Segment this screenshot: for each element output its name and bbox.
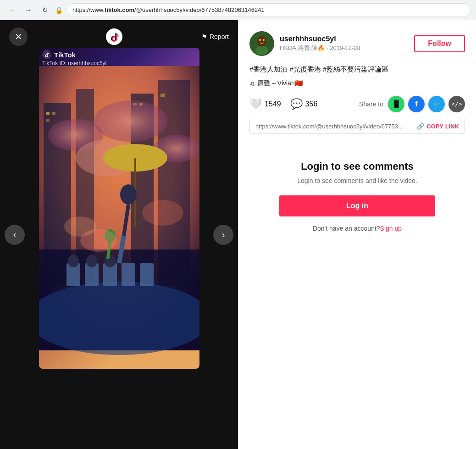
facebook-icon: f xyxy=(415,100,417,108)
svg-point-40 xyxy=(259,39,261,41)
svg-point-21 xyxy=(120,184,137,205)
share-label: Share to xyxy=(359,100,383,108)
heart-icon: 🤍 xyxy=(249,98,262,110)
svg-point-30 xyxy=(86,255,97,267)
share-embed-button[interactable]: </> xyxy=(448,96,465,112)
svg-rect-28 xyxy=(140,263,154,286)
comments-stat: 💬 356 xyxy=(290,98,318,110)
security-icon: 🔒 xyxy=(55,6,63,14)
svg-point-35 xyxy=(64,216,96,237)
login-button[interactable]: Log in xyxy=(279,195,435,216)
user-details: userhhhsuoc5yl HKDA.將青.陳🔥 · 2019-12-28 xyxy=(280,35,414,52)
url-row: https://www.tiktok.com/@userhhhsuoc5yl/v… xyxy=(249,119,465,134)
whatsapp-icon: 📱 xyxy=(392,99,401,109)
video-panel: ✕ ⚑ Report xyxy=(0,20,238,449)
username: userhhhsuoc5yl xyxy=(280,35,414,43)
likes-count: 1549 xyxy=(265,100,281,108)
svg-rect-8 xyxy=(52,112,55,115)
follow-button[interactable]: Follow xyxy=(414,35,465,52)
svg-point-18 xyxy=(39,282,199,355)
svg-rect-27 xyxy=(122,263,135,286)
music-icon: ♫ xyxy=(249,79,255,87)
share-icons: 📱 f 🐦 </> xyxy=(388,96,465,112)
back-button[interactable]: ← xyxy=(6,4,18,17)
user-meta: HKDA.將青.陳🔥 · 2019-12-28 xyxy=(280,44,414,52)
report-button[interactable]: ⚑ Report xyxy=(201,33,229,40)
svg-point-36 xyxy=(142,200,183,226)
svg-point-41 xyxy=(263,39,265,41)
svg-rect-9 xyxy=(46,119,50,122)
link-icon: 🔗 xyxy=(417,123,424,130)
login-subtitle: Login to see comments and like the video… xyxy=(297,177,417,184)
tiktok-logo-icon xyxy=(106,28,122,45)
url-text: https://www.tiktok.com/@userhhhsuoc5yl/v… xyxy=(72,6,265,13)
tiktok-logo xyxy=(106,28,122,45)
share-twitter-button[interactable]: 🐦 xyxy=(428,96,445,112)
video-caption: #香港人加油 #光復香港 #藍絲不要污染評論區 xyxy=(249,64,465,75)
url-bar[interactable]: https://www.tiktok.com/@userhhhsuoc5yl/v… xyxy=(66,3,470,17)
share-facebook-button[interactable]: f xyxy=(408,96,425,112)
embed-icon: </> xyxy=(451,100,462,107)
login-section: Login to see comments Login to see comme… xyxy=(249,147,465,246)
signup-text: Don't have an account? xyxy=(313,225,380,232)
svg-point-31 xyxy=(105,255,116,267)
user-avatar xyxy=(249,31,274,56)
svg-point-14 xyxy=(94,100,167,142)
svg-rect-12 xyxy=(161,94,165,97)
signup-row: Don't have an account?Sign up xyxy=(313,225,402,232)
refresh-button[interactable]: ↻ xyxy=(39,4,51,17)
left-top-bar: ✕ ⚑ Report xyxy=(0,20,238,53)
avatar-image xyxy=(249,31,274,56)
comments-count: 356 xyxy=(305,100,318,108)
twitter-icon: 🐦 xyxy=(433,100,441,108)
url-display: https://www.tiktok.com/@userhhhsuoc5yl/v… xyxy=(255,123,413,130)
user-info-row: userhhhsuoc5yl HKDA.將青.陳🔥 · 2019-12-28 F… xyxy=(249,31,465,56)
svg-rect-7 xyxy=(46,112,50,115)
comment-icon: 💬 xyxy=(290,98,303,110)
flag-icon: ⚑ xyxy=(201,33,207,40)
app-container: ✕ ⚑ Report xyxy=(0,20,476,449)
copy-link-button[interactable]: 🔗 COPY LINK xyxy=(417,123,459,130)
music-label: 原聲 – Vivian🇨🇳 xyxy=(257,79,302,88)
close-icon: ✕ xyxy=(15,31,22,42)
signup-link[interactable]: Sign up xyxy=(380,225,402,232)
copy-link-label: COPY LINK xyxy=(426,123,459,130)
right-arrow-icon: › xyxy=(222,229,225,240)
svg-point-39 xyxy=(255,46,268,55)
browser-chrome: ← → ↻ 🔒 https://www.tiktok.com/@userhhhs… xyxy=(0,0,476,20)
music-row: ♫ 原聲 – Vivian🇨🇳 xyxy=(249,79,465,88)
prev-video-button[interactable]: ‹ xyxy=(5,225,25,245)
tiktok-id-label: TikTok ID: userhhhsuoc5yl xyxy=(42,60,106,67)
video-area xyxy=(39,48,199,369)
report-label: Report xyxy=(210,33,229,40)
svg-point-29 xyxy=(68,255,79,267)
close-button[interactable]: ✕ xyxy=(9,28,28,46)
video-artwork xyxy=(39,48,199,369)
video-illustration-svg xyxy=(39,48,199,369)
left-arrow-icon: ‹ xyxy=(13,229,17,240)
likes-stat: 🤍 1549 xyxy=(249,98,281,110)
next-video-button[interactable]: › xyxy=(213,225,233,245)
svg-point-38 xyxy=(257,36,266,47)
caption-text: #香港人加油 #光復香港 #藍絲不要污染評論區 xyxy=(249,65,388,73)
forward-button[interactable]: → xyxy=(22,4,35,17)
right-panel: userhhhsuoc5yl HKDA.將青.陳🔥 · 2019-12-28 F… xyxy=(238,20,476,449)
share-whatsapp-button[interactable]: 📱 xyxy=(388,96,404,112)
login-title: Login to see comments xyxy=(301,161,414,172)
stats-row: 🤍 1549 💬 356 Share to 📱 f 🐦 </> xyxy=(249,96,465,112)
